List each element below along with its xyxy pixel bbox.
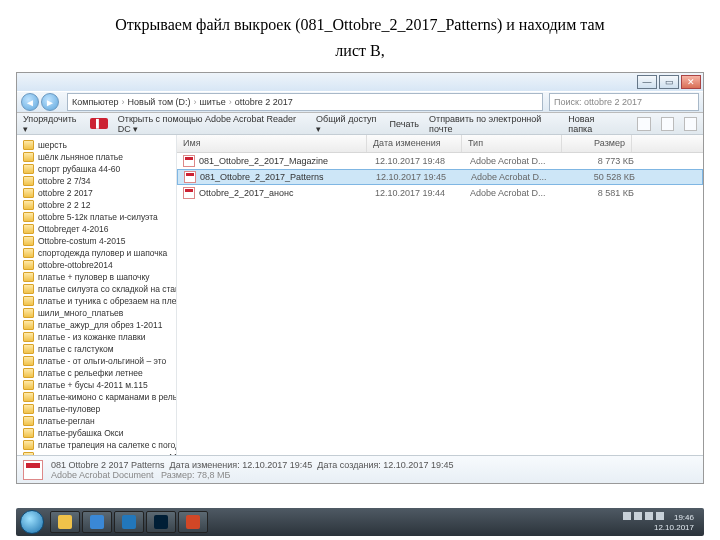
- sidebar-item[interactable]: шили_много_платьев: [19, 307, 174, 319]
- system-tray[interactable]: 19:46 12.10.2017: [623, 512, 700, 533]
- sidebar-item[interactable]: спортодежда пуловер и шапочка: [19, 247, 174, 259]
- taskbar-app[interactable]: [178, 511, 208, 533]
- tray-icon[interactable]: [623, 512, 631, 520]
- column-headers[interactable]: Имя Дата изменения Тип Размер: [177, 135, 703, 153]
- sidebar-item[interactable]: платье-пуловер: [19, 403, 174, 415]
- file-row[interactable]: 081_Ottobre_2_2017_Magazine12.10.2017 19…: [177, 153, 703, 169]
- titlebar: — ▭ ✕: [17, 73, 703, 91]
- sidebar-item[interactable]: платье + пуловер в шапочку: [19, 271, 174, 283]
- taskbar-app[interactable]: [146, 511, 176, 533]
- sidebar-item[interactable]: платье + бусы 4-2011 м.115: [19, 379, 174, 391]
- tray-icon[interactable]: [645, 512, 653, 520]
- sidebar-item[interactable]: ottobre 2 2 12: [19, 199, 174, 211]
- col-type[interactable]: Тип: [462, 135, 562, 152]
- back-button[interactable]: ◄: [21, 93, 39, 111]
- file-row[interactable]: 081_Ottobre_2_2017_Patterns12.10.2017 19…: [177, 169, 703, 185]
- pdf-icon: [184, 171, 196, 183]
- folder-icon: [23, 140, 34, 150]
- sidebar-item[interactable]: платье-рубашка Окси: [19, 427, 174, 439]
- folder-icon: [23, 176, 34, 186]
- heading-line1: Открываем файл выкроек (081_Ottobre_2_20…: [30, 16, 690, 34]
- sidebar-item-label: платье + пуловер в шапочку: [38, 272, 150, 282]
- sidebar-item[interactable]: ottobre 2 7/34: [19, 175, 174, 187]
- folder-icon: [23, 212, 34, 222]
- folder-icon: [23, 164, 34, 174]
- file-row[interactable]: Ottobre_2_2017_анонс12.10.2017 19:44Adob…: [177, 185, 703, 201]
- taskbar-app[interactable]: [50, 511, 80, 533]
- sidebar-item[interactable]: ottobre 2 2017: [19, 187, 174, 199]
- view-options-icon[interactable]: [637, 117, 650, 131]
- search-placeholder: Поиск: ottobre 2 2017: [554, 97, 642, 107]
- tray-icon[interactable]: [634, 512, 642, 520]
- path-seg: шитье: [200, 97, 226, 107]
- sidebar-item[interactable]: шёлк льняное платье: [19, 151, 174, 163]
- sidebar-item-label: платье_ажур_для обрез 1-2011: [38, 320, 162, 330]
- taskbar-app[interactable]: [114, 511, 144, 533]
- sidebar-item[interactable]: платье_ажур_для обрез 1-2011: [19, 319, 174, 331]
- sidebar-item[interactable]: платье-кимоно с карманами в рельефи: [19, 391, 174, 403]
- sidebar-item[interactable]: платье - из кожанке плавки: [19, 331, 174, 343]
- help-icon[interactable]: [684, 117, 697, 131]
- sidebar-item[interactable]: спорт рубашка 44-60: [19, 163, 174, 175]
- maximize-button[interactable]: ▭: [659, 75, 679, 89]
- sidebar-item[interactable]: ottobre 5-12к платье и-силуэта: [19, 211, 174, 223]
- minimize-button[interactable]: —: [637, 75, 657, 89]
- tray-icon[interactable]: [656, 512, 664, 520]
- folder-icon: [23, 188, 34, 198]
- col-size[interactable]: Размер: [562, 135, 632, 152]
- sidebar-item[interactable]: ottobre-ottobre2014: [19, 259, 174, 271]
- sidebar-item-label: шерсть: [38, 140, 67, 150]
- clock-date: 12.10.2017: [654, 523, 694, 532]
- app-icon: [90, 515, 104, 529]
- folder-icon: [23, 428, 34, 438]
- sidebar-item-label: платье трапеция на салетке с погодными в: [38, 440, 177, 450]
- address-bar[interactable]: Компьютер› Новый том (D:)› шитье› ottobr…: [67, 93, 543, 111]
- sidebar-item-label: ottobre 2 7/34: [38, 176, 90, 186]
- col-date[interactable]: Дата изменения: [367, 135, 462, 152]
- sidebar-item-label: платье с галстуком: [38, 344, 114, 354]
- sidebar-item[interactable]: платье и туника с обрезаем на плечи: [19, 295, 174, 307]
- pdf-badge-icon: ▌: [90, 118, 108, 129]
- sidebar-item[interactable]: платье силуэта со складкой на стане: [19, 283, 174, 295]
- open-with-menu[interactable]: Открыть с помощью Adobe Acrobat Reader D…: [118, 114, 306, 134]
- pdf-icon: [183, 187, 195, 199]
- forward-button[interactable]: ►: [41, 93, 59, 111]
- folder-icon: [23, 260, 34, 270]
- file-type: Adobe Acrobat D...: [470, 188, 570, 198]
- sidebar-item[interactable]: Ottobre-costum 4-2015: [19, 235, 174, 247]
- organize-menu[interactable]: Упорядочить ▾: [23, 114, 80, 134]
- folder-icon: [23, 356, 34, 366]
- folder-tree[interactable]: шерстьшёлк льняное платьеспорт рубашка 4…: [17, 135, 177, 455]
- start-button[interactable]: [20, 510, 44, 534]
- preview-pane-icon[interactable]: [661, 117, 674, 131]
- sidebar-item[interactable]: платье с галстуком: [19, 343, 174, 355]
- print-button[interactable]: Печать: [390, 119, 419, 129]
- file-name: Ottobre_2_2017_анонс: [199, 188, 375, 198]
- file-size: 50 528 КБ: [571, 172, 635, 182]
- sidebar-item[interactable]: платье-реглан: [19, 415, 174, 427]
- app-icon: [58, 515, 72, 529]
- sidebar-item[interactable]: платье - от ольги-ольгиной – это: [19, 355, 174, 367]
- file-date: 12.10.2017 19:45: [376, 172, 471, 182]
- sidebar-item-label: Ottobre-costum 4-2015: [38, 236, 125, 246]
- pdf-icon: [183, 155, 195, 167]
- sidebar-item-label: ottobre 5-12к платье и-силуэта: [38, 212, 158, 222]
- sidebar-item-label: платье-пуловер: [38, 404, 100, 414]
- sidebar-item[interactable]: платье с рельефки летнее: [19, 367, 174, 379]
- folder-icon: [23, 332, 34, 342]
- share-menu[interactable]: Общий доступ ▾: [316, 114, 380, 134]
- sidebar-item[interactable]: Ottobreдет 4-2016: [19, 223, 174, 235]
- close-button[interactable]: ✕: [681, 75, 701, 89]
- file-date: 12.10.2017 19:48: [375, 156, 470, 166]
- app-icon: [186, 515, 200, 529]
- email-button[interactable]: Отправить по электронной почте: [429, 114, 558, 134]
- sidebar-item[interactable]: платье трапеция на салетке с погодными в: [19, 439, 174, 451]
- folder-icon: [23, 308, 34, 318]
- search-input[interactable]: Поиск: ottobre 2 2017: [549, 93, 699, 111]
- col-name[interactable]: Имя: [177, 135, 367, 152]
- sidebar-item[interactable]: шерсть: [19, 139, 174, 151]
- new-folder-button[interactable]: Новая папка: [568, 114, 617, 134]
- details-pane: 081 Ottobre 2 2017 Patterns Дата изменен…: [17, 455, 703, 483]
- taskbar-app[interactable]: [82, 511, 112, 533]
- sidebar-item-label: платье с рельефки летнее: [38, 368, 143, 378]
